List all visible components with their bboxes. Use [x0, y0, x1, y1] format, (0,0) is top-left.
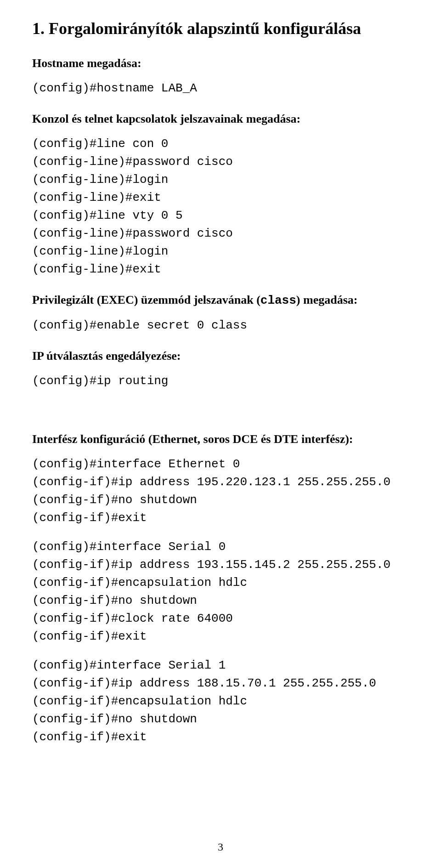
heading-interface-config: Interfész konfiguráció (Ethernet, soros … [32, 431, 409, 447]
heading-privileged-pre: Privilegizált (EXEC) üzemmód jelszavának… [32, 293, 260, 306]
heading-hostname: Hostname megadása: [32, 56, 409, 71]
heading-privileged-post: ) megadása: [296, 293, 358, 306]
code-konzol: (config)#line con 0 (config-line)#passwo… [32, 135, 409, 278]
code-interface-ethernet: (config)#interface Ethernet 0 (config-if… [32, 455, 409, 527]
heading-privileged: Privilegizált (EXEC) üzemmód jelszavának… [32, 292, 409, 309]
code-ip-routing: (config)#ip routing [32, 372, 409, 390]
code-interface-serial1: (config)#interface Serial 1 (config-if)#… [32, 657, 409, 746]
page-number: 3 [0, 841, 441, 853]
heading-ip-routing: IP útválasztás engedályezése: [32, 348, 409, 364]
heading-privileged-class: class [260, 294, 296, 307]
spacer [32, 401, 409, 418]
code-hostname: (config)#hostname LAB_A [32, 79, 409, 97]
code-enable-secret: (config)#enable secret 0 class [32, 317, 409, 335]
code-interface-serial0: (config)#interface Serial 0 (config-if)#… [32, 538, 409, 646]
heading-konzol: Konzol és telnet kapcsolatok jelszavaina… [32, 111, 409, 127]
document-page: 1. Forgalomirányítók alapszintű konfigur… [0, 0, 441, 868]
page-title: 1. Forgalomirányítók alapszintű konfigur… [32, 18, 409, 39]
